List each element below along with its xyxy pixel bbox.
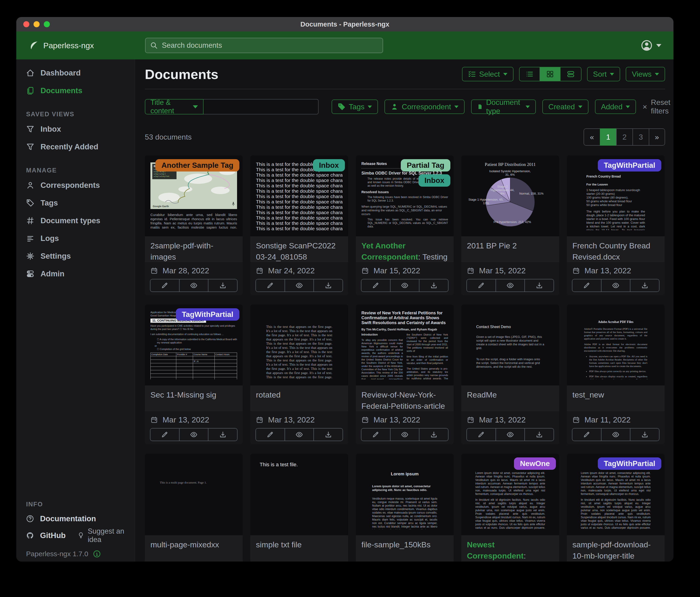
sidebar-item-correspondents[interactable]: Correspondents [16, 176, 135, 194]
document-thumbnail[interactable]: Review of New York Federal Petitions for… [356, 305, 454, 385]
edit-document-button[interactable] [467, 428, 496, 441]
document-thumbnail[interactable]: This is a multi page document. Page 1. [145, 454, 243, 535]
edit-document-button[interactable] [150, 428, 179, 441]
download-document-button[interactable] [314, 279, 343, 292]
sidebar-item-documentation[interactable]: Documentation [16, 510, 135, 527]
zoom-window-button[interactable] [44, 21, 50, 27]
document-title[interactable]: multi-page-mixedxx [145, 535, 243, 561]
view-document-button[interactable] [179, 279, 208, 292]
document-thumbnail[interactable]: Adobe Acrobat PDF FilesAdobe® Portable D… [567, 305, 665, 385]
download-document-button[interactable] [524, 428, 554, 441]
view-document-button[interactable] [179, 428, 208, 441]
title-content-filter-button[interactable]: Title & content [145, 99, 203, 114]
document-thumbnail[interactable]: Lorem ipsum Lorem ipsum dolor sit amet, … [356, 454, 454, 535]
select-button[interactable]: Select [462, 67, 514, 81]
view-document-button[interactable] [496, 279, 525, 292]
user-menu[interactable] [641, 31, 661, 59]
brand[interactable]: Paperless-ngx [16, 40, 135, 51]
edit-document-button[interactable] [572, 279, 601, 292]
tag-badge[interactable]: Inbox [313, 159, 345, 171]
document-thumbnail[interactable]: Application for Medical Staff MembersGoo… [145, 305, 243, 385]
download-document-button[interactable] [419, 279, 449, 292]
view-document-button[interactable] [390, 279, 419, 292]
download-document-button[interactable] [630, 428, 659, 441]
edit-document-button[interactable] [467, 279, 496, 292]
search-input[interactable] [161, 41, 378, 50]
added-filter-button[interactable]: Added [595, 99, 636, 114]
view-document-button[interactable] [284, 428, 314, 441]
sidebar-item-tags[interactable]: Tags [16, 194, 135, 212]
download-document-button[interactable] [314, 428, 343, 441]
page-2[interactable]: 2 [616, 128, 632, 146]
info-icon[interactable] [93, 550, 101, 558]
tag-badge[interactable]: Partial Tag [401, 159, 450, 171]
document-thumbnail[interactable]: Contact Sheet DemoGiven a set of image f… [461, 305, 559, 385]
view-document-button[interactable] [284, 279, 314, 292]
document-thumbnail[interactable]: Lorem ipsum dolor sit amet, consectetur … [461, 454, 559, 535]
created-filter-button[interactable]: Created [542, 99, 589, 114]
page-1[interactable]: 1 [600, 128, 616, 146]
view-document-button[interactable] [601, 428, 630, 441]
edit-document-button[interactable] [255, 428, 284, 441]
sidebar-item-dashboard[interactable]: Dashboard [16, 64, 135, 82]
document-title[interactable]: Review-of-New-York-Federal-Petitions-art… [356, 385, 454, 411]
sidebar-item-admin[interactable]: Admin [16, 265, 135, 283]
sidebar-item-github[interactable]: GitHub [16, 527, 68, 544]
document-title[interactable]: Sec 11-Missing sig [145, 385, 243, 411]
document-title[interactable]: rotated [250, 385, 348, 411]
tags-filter-button[interactable]: Tags [332, 99, 378, 114]
document-title[interactable]: Yet Another Correspondent: Testing Email [356, 236, 454, 262]
download-document-button[interactable] [524, 279, 554, 292]
detail-view-button[interactable] [560, 67, 581, 81]
edit-document-button[interactable] [150, 279, 179, 292]
list-view-button[interactable] [520, 67, 540, 81]
document-thumbnail[interactable]: Lorem ipsum dolor sit amet, consectetur … [567, 454, 665, 535]
view-document-button[interactable] [390, 428, 419, 441]
suggest-idea-link[interactable]: Suggest an idea [68, 527, 135, 544]
edit-document-button[interactable] [255, 279, 284, 292]
views-button[interactable]: Views [626, 67, 665, 81]
document-title[interactable]: file-sample_150kBs [356, 535, 454, 561]
document-title[interactable]: simple txt file [250, 535, 348, 561]
sidebar-item-document-types[interactable]: Document types [16, 212, 135, 230]
document-thumbnail[interactable]: This is a test file. [250, 454, 348, 535]
tag-badge[interactable]: Another Sample Tag [155, 159, 240, 171]
document-title[interactable]: French Country Bread Revised.docx [567, 236, 665, 262]
download-document-button[interactable] [208, 428, 238, 441]
document-thumbnail[interactable]: Patient BP Distribution 2011Normal, 158,… [461, 156, 559, 236]
sort-button[interactable]: Sort [587, 67, 620, 81]
close-window-button[interactable] [23, 21, 29, 27]
download-document-button[interactable] [419, 428, 449, 441]
document-thumbnail[interactable]: French Country BreadFor the Leaven1 heap… [567, 156, 665, 236]
sidebar-item-inbox[interactable]: Inbox [16, 120, 135, 138]
sidebar-item-recently-added[interactable]: Recently Added [16, 138, 135, 156]
tag-badge[interactable]: TagWithPartial [176, 308, 240, 320]
sidebar-item-settings[interactable]: Settings [16, 247, 135, 265]
document-title[interactable]: 2011 BP Pie 2 [461, 236, 559, 262]
edit-document-button[interactable] [361, 279, 390, 292]
document-title[interactable]: ReadMe [461, 385, 559, 411]
document-title[interactable]: test_new [567, 385, 665, 411]
document-title[interactable]: Newest Correspondent: f_combineds [461, 535, 559, 561]
document-title[interactable]: Sonstige ScanPC2022 03-24_081058 [250, 236, 348, 262]
edit-document-button[interactable] [361, 428, 390, 441]
download-document-button[interactable] [208, 279, 238, 292]
page-»[interactable]: » [649, 128, 665, 146]
document-title[interactable]: 2sample-pdf-with-images [145, 236, 243, 262]
document-title[interactable]: sample-pdf-download-10-mb-longer-title [567, 535, 665, 561]
tag-badge[interactable]: TagWithPartial [598, 457, 661, 470]
download-document-button[interactable] [630, 279, 659, 292]
sidebar-item-logs[interactable]: Logs [16, 230, 135, 247]
minimize-window-button[interactable] [33, 21, 40, 27]
view-document-button[interactable] [496, 428, 525, 441]
reset-filters-button[interactable]: × Reset filters [643, 98, 672, 115]
tag-badge[interactable]: TagWithPartial [598, 159, 661, 171]
tag-badge[interactable]: NewOne [514, 457, 556, 470]
grid-view-button[interactable] [540, 67, 560, 81]
document-thumbnail[interactable]: Release NotesSimba ODBC Driver for SQL S… [356, 156, 454, 236]
document-thumbnail[interactable]: This is the text that appears on the fir… [250, 305, 348, 385]
tag-badge[interactable]: Inbox [419, 174, 450, 187]
page-«[interactable]: « [583, 128, 600, 146]
sidebar-item-documents[interactable]: Documents [16, 82, 135, 99]
edit-document-button[interactable] [572, 428, 601, 441]
